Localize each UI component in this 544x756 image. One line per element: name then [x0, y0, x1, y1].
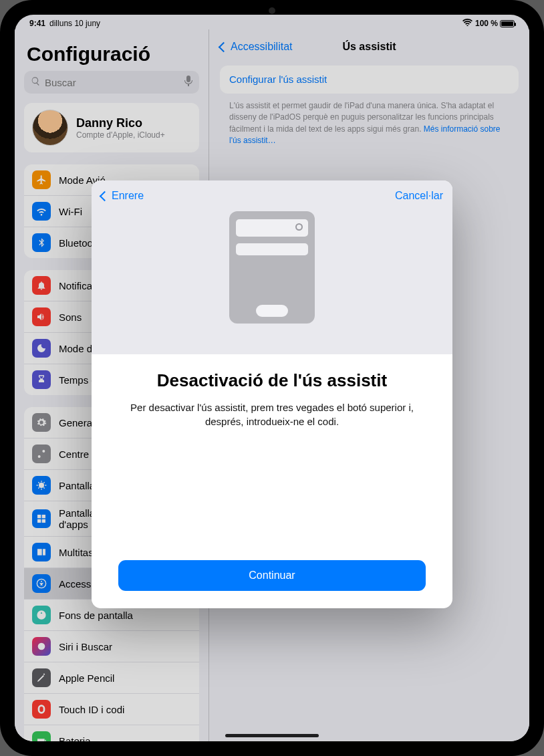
multitask-icon — [32, 543, 51, 561]
moon-icon — [32, 339, 51, 358]
accessibility-icon — [32, 574, 51, 593]
detail-footer: L'ús assistit et permet gaudir de l'iPad… — [220, 100, 519, 147]
modal-body: Per desactivar l'ús assistit, prem tres … — [118, 400, 426, 428]
search-field[interactable] — [24, 71, 199, 94]
brightness-icon — [32, 476, 51, 495]
sidebar-title: Configuració — [24, 33, 199, 71]
illustration-device — [229, 211, 315, 324]
gear-icon — [32, 413, 51, 432]
profile-card[interactable]: Danny Rico Compte d'Apple, iCloud+ — [24, 103, 199, 152]
modal-hero: Enrere Cancel·lar — [92, 180, 452, 354]
detail-nav: Accessibilitat Ús assistit — [220, 33, 519, 60]
hourglass-icon — [32, 370, 51, 389]
screen: 9:41 dilluns 10 juny 100 % Configuració — [15, 15, 529, 741]
profile-name: Danny Rico — [76, 116, 165, 130]
battery-indicator: 100 % — [475, 19, 515, 28]
modal-heading: Desactivació de l'ús assistit — [157, 370, 387, 391]
bluetooth-icon — [32, 233, 51, 252]
status-time: 9:41 — [29, 19, 45, 28]
wifi-icon — [462, 19, 472, 28]
profile-subtitle: Compte d'Apple, iCloud+ — [76, 130, 165, 140]
search-input[interactable] — [45, 77, 180, 88]
modal-cancel-button[interactable]: Cancel·lar — [395, 190, 443, 202]
sidebar-item-battery[interactable]: Bateria — [24, 725, 199, 741]
battery-icon — [32, 731, 51, 741]
ipad-frame: 9:41 dilluns 10 juny 100 % Configuració — [0, 0, 544, 756]
search-icon — [31, 76, 41, 89]
speaker-icon — [32, 307, 51, 326]
grid-icon — [32, 509, 51, 528]
front-camera — [269, 7, 275, 14]
sidebar-item-siri[interactable]: Siri i Buscar — [24, 630, 199, 662]
status-date: dilluns 10 juny — [49, 19, 100, 28]
modal-back-button[interactable]: Enrere — [101, 190, 144, 202]
siri-icon — [32, 637, 51, 656]
status-bar: 9:41 dilluns 10 juny 100 % — [15, 15, 529, 29]
svg-point-1 — [41, 581, 42, 582]
dictate-icon[interactable] — [184, 76, 192, 89]
modal-sheet: Enrere Cancel·lar Desactivació de l'ús a… — [92, 180, 452, 608]
fingerprint-icon — [32, 700, 51, 719]
sidebar-item-touchid[interactable]: Touch ID i codi — [24, 693, 199, 725]
back-button[interactable]: Accessibilitat — [220, 41, 292, 53]
configure-card[interactable]: Configurar l'ús assistit — [220, 66, 519, 94]
home-indicator[interactable] — [225, 734, 319, 737]
bell-icon — [32, 276, 51, 295]
detail-title: Ús assistit — [342, 41, 396, 53]
avatar — [32, 110, 68, 146]
configure-link[interactable]: Configurar l'ús assistit — [229, 74, 327, 85]
svg-point-2 — [38, 643, 45, 650]
airplane-icon — [32, 170, 51, 189]
continue-button[interactable]: Continuar — [118, 560, 426, 591]
wallpaper-icon — [32, 606, 51, 624]
pencil-icon — [32, 668, 51, 687]
switches-icon — [32, 445, 51, 463]
wifi-icon — [32, 202, 51, 221]
sidebar-item-pencil[interactable]: Apple Pencil — [24, 662, 199, 693]
